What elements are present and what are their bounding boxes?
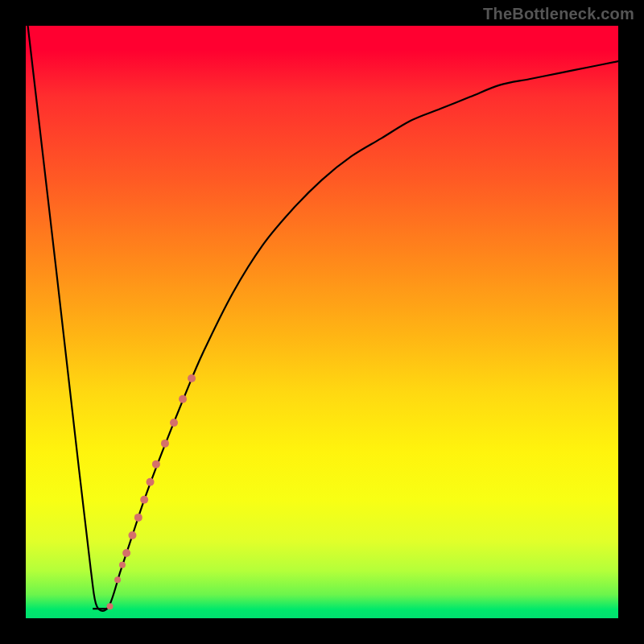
marker-dot: [179, 395, 187, 403]
chart-frame: TheBottleneck.com: [0, 0, 644, 644]
bottleneck-curve: [26, 26, 618, 611]
curve-layer: [26, 26, 618, 618]
marker-dot: [122, 549, 130, 557]
watermark-text: TheBottleneck.com: [483, 5, 634, 23]
marker-dot: [147, 478, 155, 486]
marker-dot: [152, 460, 160, 469]
plot-area: [26, 26, 618, 618]
marker-dot: [128, 531, 136, 539]
marker-dot: [170, 419, 178, 427]
marker-dot: [114, 576, 121, 583]
marker-dot: [107, 603, 114, 609]
marker-dot: [188, 374, 196, 382]
marker-dot: [161, 440, 169, 448]
marker-dot: [134, 514, 142, 522]
marker-dot: [140, 496, 148, 504]
marker-dot: [119, 562, 126, 568]
